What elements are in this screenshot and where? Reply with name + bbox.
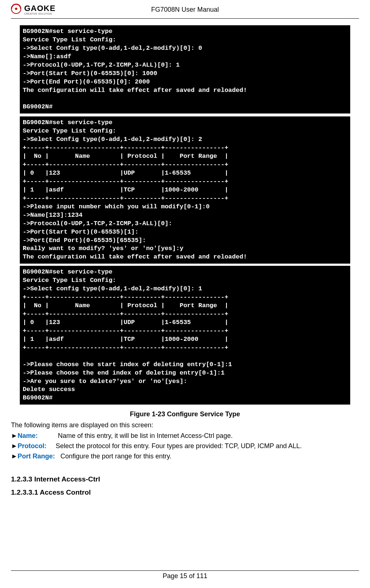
def-desc-name: Name of this entry, it will be list in I… [58,432,233,439]
definition-port-range: ► Port Range: Configure the port range f… [11,451,359,461]
def-label-protocol: Protocol: [18,442,47,450]
def-label-name: Name: [18,432,38,439]
heading-access-control: 1.2.3.3.1 Access Control [11,488,359,496]
figure-caption: Figure 1-23 Configure Service Type [11,410,359,418]
definition-name: ► Name: Name of this entry, it will be l… [11,431,359,441]
document-title: FG7008N User Manual [0,6,370,14]
page: GAOKE CREATIVE SOLUTION FG7008N User Man… [0,0,370,588]
heading-internet-access-ctrl: 1.2.3.3 Internet Access-Ctrl [11,475,359,483]
def-desc-port-range: Configure the port range for this entry. [60,453,171,460]
terminal-screenshot-delete: BG9002N#set service-type Service Type Li… [20,266,350,405]
terminal-screenshot-add: BG9002N#set service-type Service Type Li… [20,25,350,113]
bullet-arrow-icon: ► [11,441,18,451]
definition-protocol: ► Protocol: Select the protocol for this… [11,441,359,451]
bullet-arrow-icon: ► [11,431,18,441]
page-footer: Page 15 of 111 [11,570,359,580]
intro-line: The following items are displayed on thi… [11,420,359,430]
bullet-arrow-icon: ► [11,451,18,461]
def-label-port-range: Port Range: [18,453,55,460]
def-desc-protocol: Select the protocol for this entry. Four… [56,442,302,450]
terminal-screenshot-modify: BG9002N#set service-type Service Type Li… [20,116,350,264]
page-header: GAOKE CREATIVE SOLUTION FG7008N User Man… [11,0,359,19]
